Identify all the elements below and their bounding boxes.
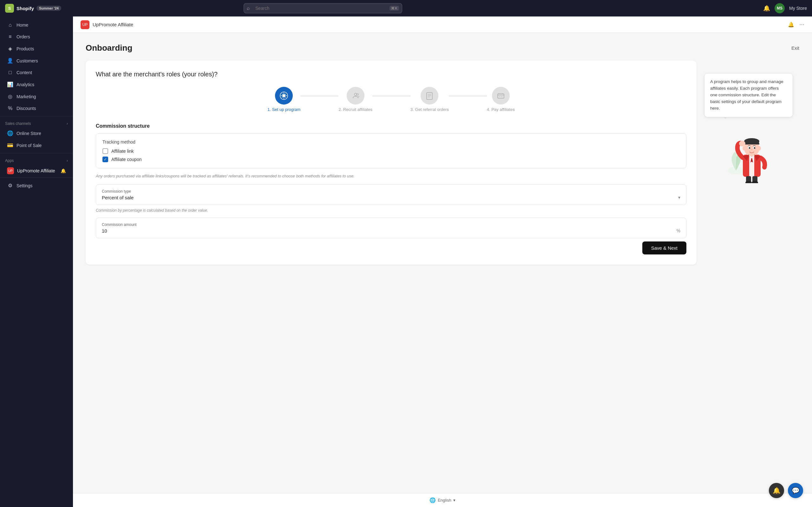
affiliate-link-label: Affiliate link <box>111 149 134 154</box>
step-3: 3. Get referral orders <box>410 87 449 112</box>
sidebar-item-customers[interactable]: 👤 Customers <box>2 55 71 66</box>
sidebar-item-analytics[interactable]: 📊 Analytics <box>2 78 71 90</box>
home-icon: ⌂ <box>7 22 13 28</box>
save-next-button[interactable]: Save & Next <box>642 241 687 255</box>
top-navigation: S Shopify Summer '24 ⌘ K 🔔 MS My Store <box>0 0 812 16</box>
step-2: 2. Recruit affiliates <box>339 87 372 112</box>
app-header-bar: UP UpPromote Affiliate 🔔 ⋯ <box>73 16 812 33</box>
step-2-label: 2. Recruit affiliates <box>339 107 372 112</box>
affiliate-coupon-row: ✓ Affiliate coupon <box>102 157 680 162</box>
sidebar-item-content[interactable]: □ Content <box>2 67 71 78</box>
character-illustration <box>704 120 799 183</box>
tracking-helper-text: Any orders purchased via affiliate links… <box>96 173 687 179</box>
sidebar-item-online-store[interactable]: 🌐 Online Store <box>2 127 71 139</box>
app-header-bell-icon[interactable]: 🔔 <box>788 21 794 27</box>
page-title-row: Onboarding Exit <box>86 43 799 53</box>
notification-bell-icon[interactable]: 🔔 <box>763 5 770 12</box>
app-logo-icon: UP <box>81 20 90 29</box>
commission-amount-input[interactable] <box>102 228 676 233</box>
globe-icon: 🌐 <box>429 497 436 503</box>
sidebar-label-point-of-sale: Point of Sale <box>16 143 42 148</box>
sidebar-label-home: Home <box>16 22 28 27</box>
commission-type-label: Commission type <box>102 189 680 193</box>
step-2-icon <box>351 91 360 100</box>
steps-progress: 1. Set up program <box>96 87 687 112</box>
step-1-label: 1. Set up program <box>267 107 300 112</box>
step-connector-2-3 <box>372 96 410 96</box>
sidebar-label-customers: Customers <box>16 58 38 63</box>
commission-type-field[interactable]: Commission type Percent of sale ▾ <box>96 184 687 205</box>
uppromote-app-icon: UP <box>7 167 14 174</box>
step-4-label: 4. Pay affiliates <box>487 107 515 112</box>
step-connector-3-4 <box>449 96 487 96</box>
footer: 🌐 English ▾ <box>73 493 812 507</box>
card-side: A program helps to group and manage affi… <box>704 60 799 183</box>
point-of-sale-icon: 💳 <box>7 142 13 148</box>
page-title: Onboarding <box>86 43 132 53</box>
customers-icon: 👤 <box>7 58 13 64</box>
commission-type-value: Percent of sale <box>102 195 134 200</box>
commission-amount-row: % <box>102 228 680 233</box>
app-header-more-icon[interactable]: ⋯ <box>799 21 804 27</box>
sidebar-label-settings: Settings <box>16 183 33 188</box>
onboarding-card: What are the merchant's roles (your role… <box>86 60 697 265</box>
sidebar-label-products: Products <box>16 46 34 51</box>
summer-badge: Summer '24 <box>37 6 61 11</box>
floating-chat-icon: 💬 <box>792 487 800 494</box>
online-store-icon: 🌐 <box>7 130 13 136</box>
analytics-icon: 📊 <box>7 81 13 88</box>
shopify-icon: S <box>5 4 14 13</box>
commission-type-row: Percent of sale ▾ <box>102 195 680 200</box>
top-nav-right: 🔔 MS My Store <box>763 3 807 13</box>
app-header-left: UP UpPromote Affiliate <box>81 20 133 29</box>
sales-channels-expand-icon[interactable]: › <box>67 121 68 126</box>
commission-amount-field[interactable]: Commission amount % <box>96 218 687 238</box>
content-area: UP UpPromote Affiliate 🔔 ⋯ Onboarding Ex… <box>73 16 812 507</box>
uppromote-bell-icon[interactable]: 🔔 <box>61 168 66 173</box>
character-svg <box>726 120 777 183</box>
shopify-logo[interactable]: S Shopify Summer '24 <box>5 4 61 13</box>
affiliate-link-checkbox[interactable] <box>102 148 108 154</box>
exit-button[interactable]: Exit <box>792 45 799 51</box>
step-connector-1-2 <box>300 96 339 96</box>
sidebar-item-point-of-sale[interactable]: 💳 Point of Sale <box>2 139 71 151</box>
sidebar-item-uppromote[interactable]: UP UpPromote Affiliate 🔔 <box>2 164 71 177</box>
sidebar-item-orders[interactable]: ≡ Orders <box>2 31 71 43</box>
avatar[interactable]: MS <box>774 3 785 13</box>
commission-amount-label: Commission amount <box>102 222 680 227</box>
search-bar[interactable]: ⌘ K <box>244 3 402 13</box>
step-3-icon <box>425 91 434 100</box>
step-3-label: 3. Get referral orders <box>410 107 449 112</box>
store-name: My Store <box>789 6 807 11</box>
floating-chat-button[interactable]: 💬 <box>788 483 803 498</box>
sidebar-item-settings[interactable]: ⚙ Settings <box>2 180 71 191</box>
affiliate-coupon-checkbox[interactable]: ✓ <box>102 157 108 162</box>
affiliate-coupon-label: Affiliate coupon <box>111 157 142 162</box>
sales-channels-section: Sales channels › <box>0 118 73 127</box>
commission-type-dropdown-icon[interactable]: ▾ <box>678 195 680 200</box>
floating-buttons: 🔔 💬 <box>769 483 803 498</box>
apps-expand-icon[interactable]: › <box>67 158 68 163</box>
sidebar-item-products[interactable]: ◈ Products <box>2 43 71 55</box>
language-chevron-icon[interactable]: ▾ <box>453 498 455 503</box>
commission-amount-suffix: % <box>676 228 680 233</box>
card-question: What are the merchant's roles (your role… <box>96 71 687 78</box>
tooltip-bubble: A program helps to group and manage affi… <box>704 73 793 117</box>
orders-icon: ≡ <box>7 34 13 40</box>
floating-notification-button[interactable]: 🔔 <box>769 483 784 498</box>
sidebar-item-discounts[interactable]: % Discounts <box>2 103 71 114</box>
content-icon: □ <box>7 70 13 75</box>
tracking-method-card: Tracking method Affiliate link ✓ Affilia… <box>96 133 687 168</box>
sidebar-item-marketing[interactable]: ◎ Marketing <box>2 91 71 102</box>
svg-rect-5 <box>498 94 504 98</box>
apps-section: Apps › <box>0 155 73 164</box>
search-input[interactable] <box>244 3 402 13</box>
tracking-method-label: Tracking method <box>102 139 680 145</box>
onboarding-section: What are the merchant's roles (your role… <box>86 60 799 265</box>
commission-type-note: Commission by percentage is calculated b… <box>96 208 687 213</box>
app-title: UpPromote Affiliate <box>93 22 133 27</box>
page-content: Onboarding Exit What are the merchant's … <box>73 33 812 493</box>
sidebar-label-marketing: Marketing <box>16 94 36 99</box>
sidebar-item-home[interactable]: ⌂ Home <box>2 19 71 31</box>
svg-point-14 <box>749 147 751 149</box>
